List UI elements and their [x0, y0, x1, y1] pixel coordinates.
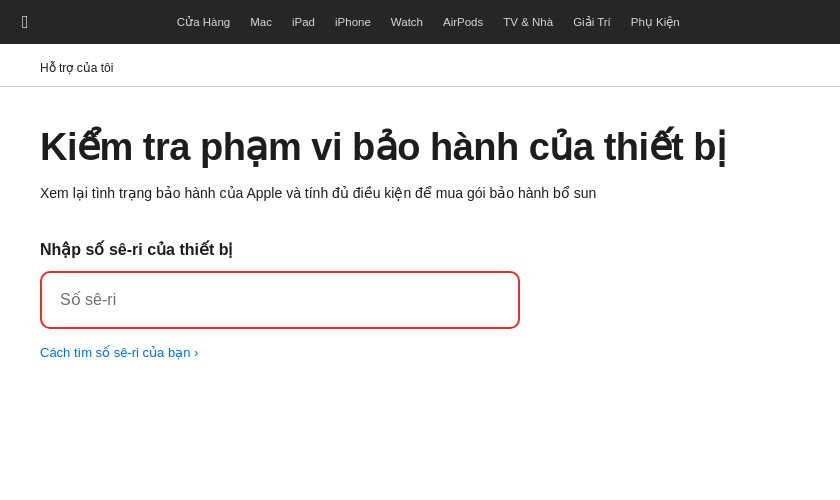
nav-item-accessories[interactable]: Phụ Kiện — [621, 15, 690, 29]
nav-item-entertainment[interactable]: Giải Trí — [563, 15, 621, 29]
nav-item-mac[interactable]: Mac — [240, 16, 282, 28]
main-content: Kiểm tra phạm vi bảo hành của thiết bị X… — [0, 87, 840, 420]
nav-item-ipad[interactable]: iPad — [282, 16, 325, 28]
page-subtitle: Xem lại tình trạng bảo hành của Apple và… — [40, 183, 800, 204]
nav-item-iphone[interactable]: iPhone — [325, 16, 381, 28]
find-serial-link[interactable]: Cách tìm số sê-ri của bạn › — [40, 345, 198, 360]
breadcrumb: Hỗ trợ của tôi — [40, 61, 113, 75]
nav-menu: Cửa Hàng Mac iPad iPhone Watch AirPods T… — [39, 15, 818, 29]
serial-number-input[interactable] — [48, 277, 512, 323]
apple-logo-icon[interactable]:  — [22, 12, 29, 33]
nav-item-watch[interactable]: Watch — [381, 16, 433, 28]
input-section-label: Nhập số sê-ri của thiết bị — [40, 240, 800, 259]
nav-item-tv[interactable]: TV & Nhà — [493, 16, 563, 28]
breadcrumb-bar: Hỗ trợ của tôi — [0, 44, 840, 87]
serial-input-wrapper — [40, 271, 520, 329]
nav-item-airpods[interactable]: AirPods — [433, 16, 493, 28]
navbar:  Cửa Hàng Mac iPad iPhone Watch AirPods… — [0, 0, 840, 44]
page-title: Kiểm tra phạm vi bảo hành của thiết bị — [40, 127, 800, 169]
nav-item-store[interactable]: Cửa Hàng — [167, 15, 240, 29]
